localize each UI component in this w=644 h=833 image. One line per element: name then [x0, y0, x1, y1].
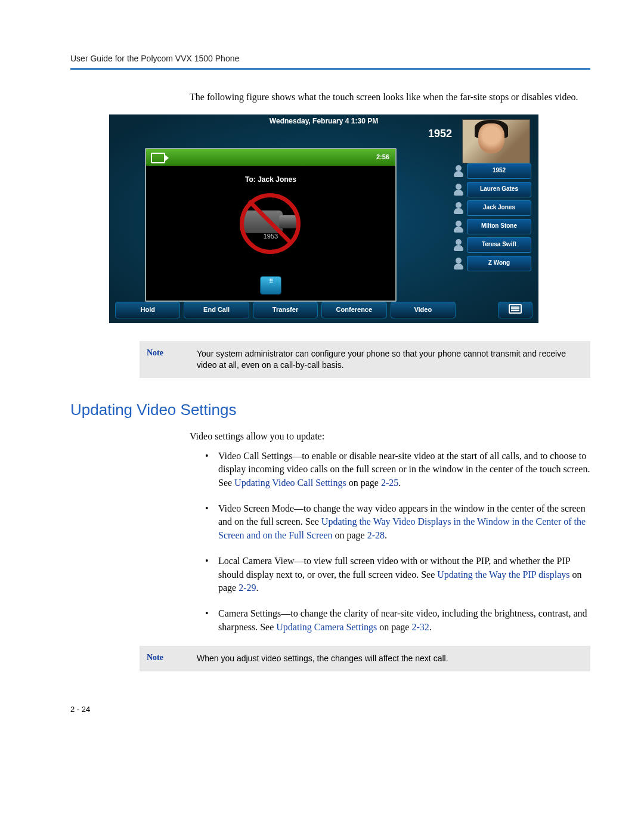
contact-row[interactable]: Milton Stone [453, 219, 531, 234]
contact-row[interactable]: Lauren Gates [453, 182, 531, 197]
camera-icon [151, 153, 165, 163]
contact-row[interactable]: Jack Jones [453, 200, 531, 216]
keypad-button[interactable]: ⠿ [260, 276, 281, 295]
page-header: User Guide for the Polycom VVX 1500 Phon… [70, 54, 590, 70]
softkey-hold[interactable]: Hold [115, 302, 180, 318]
softkey-options[interactable] [498, 302, 532, 318]
phone-extension: 1952 [428, 128, 452, 140]
intro-paragraph: The following figure shows what the touc… [190, 91, 590, 104]
page-number: 2 - 24 [70, 705, 590, 714]
page-ref[interactable]: 2-29 [239, 583, 256, 593]
link-camera-settings[interactable]: Updating Camera Settings [276, 622, 377, 632]
person-icon [453, 256, 465, 271]
person-icon [453, 219, 465, 234]
note-label: Note [140, 341, 197, 378]
phone-screenshot: Wednesday, February 4 1:30 PM 1952 2:56 … [109, 114, 538, 323]
note-text: When you adjust video settings, the chan… [197, 646, 458, 671]
page-ref[interactable]: 2-28 [367, 530, 385, 540]
contact-row[interactable]: Teresa Swift [453, 237, 531, 253]
call-duration: 2:56 [376, 153, 389, 160]
call-to-label: To: Jack Jones [146, 166, 395, 187]
list-item: Video Screen Mode—to change the way vide… [202, 502, 590, 543]
bullet-list: Video Call Settings—to enable or disable… [202, 450, 590, 634]
list-item: Camera Settings—to change the clarity of… [202, 607, 590, 634]
video-header-bar: 2:56 [146, 149, 395, 166]
softkey-conference[interactable]: Conference [321, 302, 386, 318]
person-icon [453, 238, 465, 252]
page-ref[interactable]: 2-25 [381, 478, 398, 488]
person-icon [453, 164, 465, 178]
note-label: Note [140, 646, 197, 671]
person-icon [453, 201, 465, 215]
person-icon [453, 182, 465, 197]
note-block-1: Note Your system administrator can confi… [140, 341, 590, 378]
softkey-endcall[interactable]: End Call [184, 302, 249, 318]
list-item: Video Call Settings—to enable or disable… [202, 450, 590, 490]
note-text: Your system administrator can configure … [197, 341, 590, 378]
link-pip-displays[interactable]: Updating the Way the PIP displays [437, 569, 569, 580]
softkey-bar: Hold End Call Transfer Conference Video [115, 302, 532, 318]
softkey-video[interactable]: Video [391, 302, 456, 318]
pip-window[interactable] [462, 119, 530, 163]
body-lead: Video settings allow you to update: [190, 430, 590, 443]
contact-row[interactable]: 1952 [453, 163, 531, 179]
softkey-transfer[interactable]: Transfer [253, 302, 318, 318]
section-heading: Updating Video Settings [70, 401, 590, 419]
link-video-call-settings[interactable]: Updating Video Call Settings [234, 478, 346, 488]
contact-row[interactable]: Z Wong [453, 256, 531, 271]
no-video-icon [229, 190, 312, 249]
list-item: Local Camera View—to view full screen vi… [202, 555, 590, 595]
contact-list: 1952 Lauren Gates Jack Jones Milton Ston… [453, 163, 531, 274]
note-block-2: Note When you adjust video settings, the… [140, 646, 590, 671]
page-ref[interactable]: 2-32 [411, 622, 429, 632]
video-window: 2:56 To: Jack Jones 1953 ⠿ [145, 148, 397, 302]
menu-icon [509, 304, 522, 314]
